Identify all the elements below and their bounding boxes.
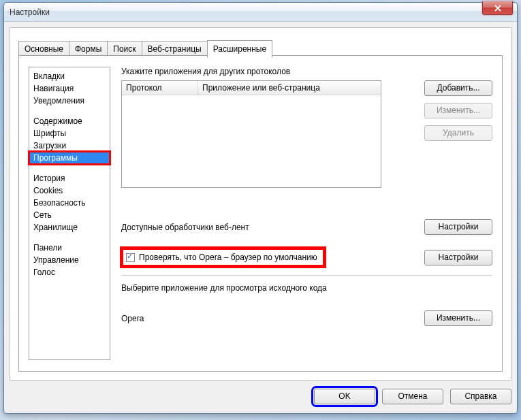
feed-settings-button[interactable]: Настройки [424, 219, 492, 235]
content-panel: Укажите приложения для других протоколов… [121, 67, 492, 360]
viewer-row: Opera Изменить... [121, 310, 492, 326]
footer: OK Отмена Справка [10, 386, 511, 406]
sidebar-item-security[interactable]: Безопасность [29, 197, 110, 209]
sidebar-item-navigation[interactable]: Навигация [29, 82, 110, 95]
sidebar-item-programs[interactable]: Программы [29, 152, 110, 164]
sidebar-item-notifications[interactable]: Уведомления [29, 95, 110, 107]
titlebar[interactable]: Настройки [4, 3, 517, 22]
sidebar-item-history[interactable]: История [29, 172, 110, 184]
col-application[interactable]: Приложение или веб-страница [198, 81, 381, 95]
client-area: Основные Формы Поиск Веб-страницы Расшир… [10, 27, 511, 381]
sidebar-item-network[interactable]: Сеть [29, 209, 110, 221]
separator [121, 275, 492, 276]
viewer-label: Выберите приложение для просмотра исходн… [121, 283, 327, 293]
tab-advanced[interactable]: Расширенные [207, 40, 273, 58]
ok-button[interactable]: OK [314, 389, 375, 404]
feed-label: Доступные обработчики веб-лент [121, 223, 249, 232]
sidebar-item-cookies[interactable]: Cookies [29, 184, 110, 197]
default-settings-button[interactable]: Настройки [424, 250, 492, 265]
default-browser-checkbox[interactable] [126, 253, 135, 262]
delete-button: Удалить [424, 125, 492, 141]
close-button[interactable] [482, 1, 513, 15]
settings-window: Настройки Основные Формы Поиск Веб-стран… [3, 2, 518, 414]
cancel-button[interactable]: Отмена [382, 389, 443, 404]
protocols-table[interactable]: Протокол Приложение или веб-страница [121, 80, 381, 188]
default-browser-row: Проверять, что Opera – браузер по умолча… [121, 248, 492, 267]
col-protocol[interactable]: Протокол [122, 81, 198, 95]
viewer-app-name: Opera [121, 314, 144, 323]
default-browser-label: Проверять, что Opera – браузер по умолча… [139, 253, 317, 262]
sidebar-item-tabs[interactable]: Вкладки [29, 70, 110, 82]
sidebar-item-voice[interactable]: Голос [29, 266, 110, 278]
sidebar-item-content[interactable]: Содержимое [29, 115, 110, 127]
window-title: Настройки [10, 7, 50, 17]
protocol-buttons: Добавить... Изменить... Удалить [424, 80, 492, 141]
tab-frame: Вкладки Навигация Уведомления Содержимое… [18, 55, 503, 372]
protocols-header: Протокол Приложение или веб-страница [122, 81, 381, 95]
edit-button: Изменить... [424, 103, 492, 118]
sidebar-item-management[interactable]: Управление [29, 254, 110, 266]
help-button[interactable]: Справка [450, 389, 511, 404]
add-button[interactable]: Добавить... [424, 80, 492, 96]
close-icon [494, 5, 501, 12]
default-browser-group: Проверять, что Opera – браузер по умолча… [121, 248, 325, 267]
feed-row: Доступные обработчики веб-лент Настройки [121, 219, 492, 235]
protocols-label: Укажите приложения для других протоколов [121, 67, 492, 76]
sidebar-item-fonts[interactable]: Шрифты [29, 127, 110, 140]
sidebar: Вкладки Навигация Уведомления Содержимое… [29, 67, 110, 360]
sidebar-item-downloads[interactable]: Загрузки [29, 140, 110, 152]
change-button[interactable]: Изменить... [424, 310, 492, 326]
sidebar-item-storage[interactable]: Хранилище [29, 221, 110, 233]
sidebar-item-panels[interactable]: Панели [29, 242, 110, 254]
